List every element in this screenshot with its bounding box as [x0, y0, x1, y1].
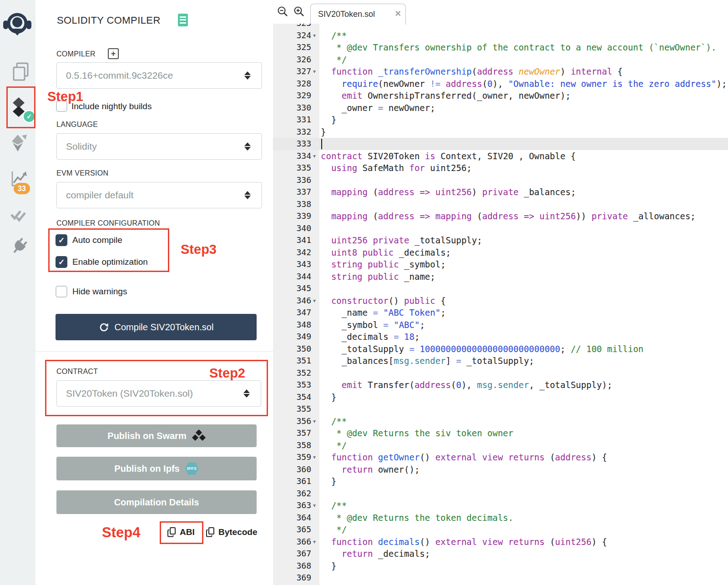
code-line[interactable]: 366▾ function decimals() external view r…	[273, 536, 728, 548]
code-line[interactable]: 325 * @dev Transfers ownership of the co…	[273, 41, 728, 54]
file-explorer-icon[interactable]	[11, 62, 30, 84]
code-line[interactable]: 332}	[273, 126, 728, 138]
code-line[interactable]: 345	[273, 282, 728, 295]
code-editor[interactable]: SIV20Token.sol × 323324▾ /**325 * @dev T…	[273, 0, 728, 585]
code-line[interactable]: 330 _owner = newOwner;	[273, 102, 728, 114]
code-line[interactable]: 324▾ /**	[273, 30, 728, 42]
code-line[interactable]: 340	[273, 222, 728, 235]
fold-arrow-icon[interactable]: ▾	[313, 499, 316, 512]
checkbox-enable-optimization[interactable]: ✓	[56, 256, 67, 268]
compiler-label: COMPILER	[56, 50, 96, 58]
code-line[interactable]: 355	[273, 403, 728, 415]
code-line[interactable]: 342 uint8 public _decimals;	[273, 247, 728, 259]
code-text: /**	[321, 415, 728, 428]
code-line[interactable]: 329 emit OwnershipTransferred(_owner, ne…	[273, 90, 728, 102]
line-number: 350	[273, 343, 311, 355]
compiler-version-select[interactable]: 0.5.16+commit.9c3226ce	[56, 62, 262, 89]
code-line[interactable]: 336	[273, 174, 728, 187]
code-line[interactable]: 333	[273, 138, 728, 150]
code-line[interactable]: 343 string public _symbol;	[273, 258, 728, 271]
remix-logo-icon[interactable]	[3, 9, 32, 40]
code-line[interactable]: 327▾ function _transferOwnership(address…	[273, 66, 728, 78]
copy-abi-button[interactable]: ABI	[167, 527, 195, 538]
code-line[interactable]: 369	[273, 572, 728, 584]
code-line[interactable]: 368 }	[273, 560, 728, 572]
icon-rail: ✓ 33	[0, 0, 36, 585]
bytecode-label: Bytecode	[218, 527, 258, 537]
editor-zoom-out-icon[interactable]	[277, 5, 289, 20]
code-line[interactable]: 323	[273, 24, 728, 30]
fold-arrow-icon[interactable]: ▾	[313, 30, 316, 42]
contract-value: SIV20Token (SIV20Token.sol)	[66, 388, 193, 399]
evm-version-select[interactable]: compiler default	[56, 182, 262, 208]
select-caret-icon	[243, 389, 250, 398]
code-line[interactable]: 365 */	[273, 524, 728, 536]
code-line[interactable]: 337 mapping (address => uint256) private…	[273, 186, 728, 198]
publish-on-swarm-button[interactable]: Publish on Swarm	[56, 424, 257, 447]
code-line[interactable]: 356▾ /**	[273, 415, 728, 428]
compile-button[interactable]: Compile SIV20Token.sol	[56, 314, 257, 340]
line-number: 359	[273, 451, 311, 464]
documentation-book-icon[interactable]	[178, 14, 188, 28]
copy-icon	[167, 527, 176, 538]
code-text: function decimals() external view return…	[321, 536, 728, 548]
line-number: 355	[273, 403, 311, 415]
checkbox-auto-compile[interactable]: ✓	[56, 234, 67, 246]
line-number: 336	[273, 174, 311, 187]
code-line[interactable]: 349 _decimals = 18;	[273, 331, 728, 343]
code-line[interactable]: 346▾ constructor() public {	[273, 295, 728, 307]
code-line[interactable]: 364 * @dev Returns the token decimals.	[273, 512, 728, 524]
fold-arrow-icon[interactable]: ▾	[313, 415, 316, 428]
code-line[interactable]: 348 _symbol = "ABC";	[273, 319, 728, 331]
language-select[interactable]: Solidity	[56, 133, 262, 160]
compilation-details-button[interactable]: Compilation Details	[56, 490, 257, 514]
code-line[interactable]: 344 string public _name;	[273, 271, 728, 283]
code-line[interactable]: 359▾ function getOwner() external view r…	[273, 451, 728, 464]
checkbox-hide-warnings[interactable]	[56, 286, 67, 298]
tab-siv20token-sol[interactable]: SIV20Token.sol ×	[310, 4, 406, 25]
code-line[interactable]: 334▾contract SIV20Token is Context, SIV2…	[273, 150, 728, 162]
line-number: 324	[273, 30, 311, 42]
publish-on-ipfs-button[interactable]: Publish on Ipfs IPFS	[56, 457, 257, 480]
fold-arrow-icon[interactable]: ▾	[313, 451, 316, 464]
code-line[interactable]: 354 }	[273, 391, 728, 403]
editor-body[interactable]: 323324▾ /**325 * @dev Transfers ownershi…	[273, 24, 728, 585]
code-line[interactable]: 339 mapping (address => mapping (address…	[273, 210, 728, 222]
line-number: 345	[273, 282, 311, 295]
copy-bytecode-button[interactable]: Bytecode	[206, 527, 258, 538]
unit-testing-icon[interactable]	[10, 208, 28, 225]
code-line[interactable]: 351 _balances[msg.sender] = _totalSupply…	[273, 355, 728, 367]
code-line[interactable]: 363▾ /**	[273, 499, 728, 512]
code-line[interactable]: 350 _totalSupply = 100000000000000000000…	[273, 343, 728, 355]
code-line[interactable]: 361 }	[273, 475, 728, 488]
code-line[interactable]: 338	[273, 198, 728, 211]
code-line[interactable]: 347 _name = "ABC Token";	[273, 307, 728, 319]
editor-zoom-in-icon[interactable]	[293, 5, 305, 20]
code-line[interactable]: 357 * @dev Returns the siv token owner	[273, 427, 728, 439]
fold-arrow-icon[interactable]: ▾	[313, 66, 316, 78]
code-line[interactable]: 360 return owner();	[273, 464, 728, 476]
code-line[interactable]: 367 return _decimals;	[273, 548, 728, 560]
code-text: mapping (address => uint256) private _ba…	[321, 186, 728, 198]
fold-arrow-icon[interactable]: ▾	[313, 150, 316, 162]
deploy-and-run-icon[interactable]	[11, 135, 27, 154]
plugin-manager-icon[interactable]	[6, 235, 30, 259]
code-line[interactable]: 353 emit Transfer(address(0), msg.sender…	[273, 379, 728, 391]
code-line[interactable]: 331 }	[273, 114, 728, 126]
contract-select[interactable]: SIV20Token (SIV20Token.sol)	[56, 380, 261, 407]
tab-close-icon[interactable]: ×	[395, 8, 401, 20]
swarm-cubes-icon	[192, 430, 206, 442]
code-line[interactable]: 341 uint256 private _totalSupply;	[273, 234, 728, 247]
code-line[interactable]: 326 */	[273, 54, 728, 66]
code-line[interactable]: 362	[273, 488, 728, 500]
fold-arrow-icon[interactable]: ▾	[313, 536, 316, 548]
line-number: 326	[273, 54, 311, 66]
add-custom-compiler-icon[interactable]: +	[108, 48, 119, 59]
code-line[interactable]: 328 require(newOwner != address(0), "Own…	[273, 78, 728, 90]
fold-arrow-icon[interactable]: ▾	[313, 295, 316, 307]
code-line[interactable]: 352	[273, 367, 728, 379]
line-number: 361	[273, 475, 311, 488]
line-number: 340	[273, 222, 311, 235]
code-line[interactable]: 335 using SafeMath for uint256;	[273, 162, 728, 174]
code-line[interactable]: 358 */	[273, 439, 728, 452]
